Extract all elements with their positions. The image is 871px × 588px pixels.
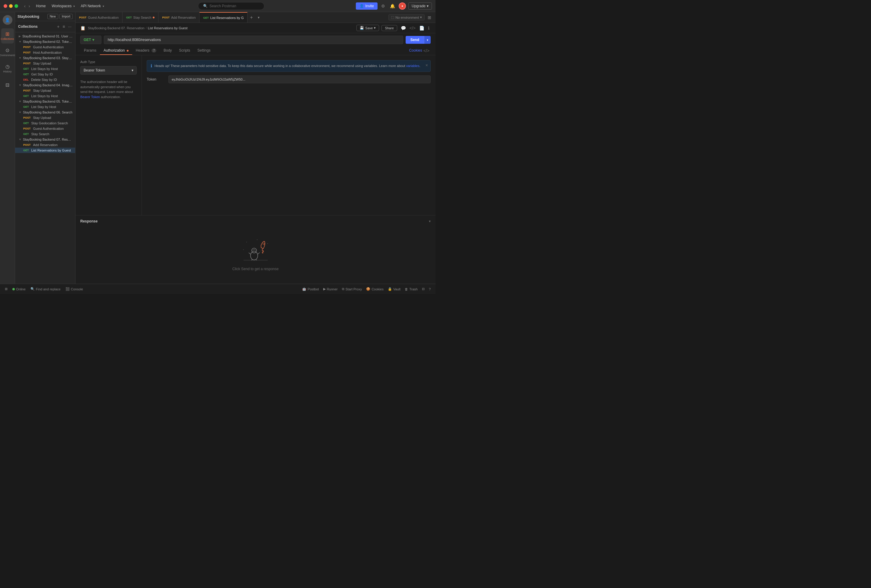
tab-overflow-button[interactable]: ▾: [255, 15, 262, 19]
request-item[interactable]: DEL Delete Stay by ID: [15, 77, 75, 82]
request-item[interactable]: GET List Stays by Host: [15, 66, 75, 72]
home-link[interactable]: Home: [33, 3, 48, 9]
new-button[interactable]: New: [47, 14, 58, 19]
params-tab[interactable]: Params: [80, 46, 100, 55]
save-button[interactable]: 💾 Save ▾: [356, 25, 379, 31]
back-button[interactable]: ‹: [23, 3, 27, 9]
bearer-token-link[interactable]: Bearer Token: [80, 95, 100, 99]
collections-list: ▶ StayBooking Backend 01. User Regist...…: [15, 32, 75, 284]
scripts-tab[interactable]: Scripts: [175, 46, 194, 55]
request-item[interactable]: GET Stay Search: [15, 131, 75, 137]
add-tab-button[interactable]: +: [247, 15, 255, 20]
postbot-button[interactable]: 🤖 Postbot: [300, 286, 320, 292]
proxy-button[interactable]: ⧉ Start Proxy: [340, 286, 364, 292]
collection-item[interactable]: ▼ StayBooking Backend 06. Search: [15, 109, 75, 115]
forward-button[interactable]: ›: [27, 3, 31, 9]
url-input[interactable]: [104, 36, 403, 44]
sidebar-item-collections[interactable]: ⊞ Collections: [1, 28, 14, 43]
api-network-link[interactable]: API Network ▾: [78, 3, 106, 9]
close-banner-button[interactable]: ×: [425, 63, 428, 67]
send-options-button[interactable]: ▾: [424, 36, 431, 44]
share-button[interactable]: Share: [382, 25, 397, 31]
collection-item[interactable]: ▼ StayBooking Backend 02. Token Auth...: [15, 39, 75, 44]
workspaces-link[interactable]: Workspaces ▾: [49, 3, 77, 9]
search-box[interactable]: 🔍 Search Postman: [198, 2, 264, 10]
filter-collections-button[interactable]: ≡: [62, 24, 66, 30]
request-item[interactable]: POST Guest Authentication: [15, 44, 75, 50]
upgrade-button[interactable]: Upgrade ▾: [409, 2, 432, 10]
collections-label: Collections: [1, 38, 14, 41]
tab-list-reservations[interactable]: GET List Reservations by G: [199, 12, 247, 22]
online-status[interactable]: Online: [10, 287, 27, 292]
console-icon: ⬛: [66, 287, 70, 291]
collection-item[interactable]: ▼ StayBooking Backend 03. Stay Manag...: [15, 55, 75, 61]
maximize-traffic-light[interactable]: [15, 4, 18, 8]
avatar[interactable]: ●: [399, 2, 406, 10]
console-button[interactable]: ⬛ Console: [64, 286, 85, 292]
request-item[interactable]: POST Stay Upload: [15, 115, 75, 120]
auth-type-select[interactable]: Bearer Token ▾: [80, 66, 137, 75]
code-button[interactable]: </>: [409, 25, 417, 31]
settings-button[interactable]: ⚙: [380, 2, 386, 10]
request-item[interactable]: GET Stay Geolocation Search: [15, 120, 75, 126]
collection-item[interactable]: ▼ StayBooking Backend 04. Image Servi...: [15, 82, 75, 88]
notifications-button[interactable]: 🔔: [389, 2, 396, 10]
runner-button[interactable]: ▶ Runner: [322, 286, 340, 292]
cookies-button[interactable]: 🍪 Cookies: [364, 286, 385, 292]
settings-tab[interactable]: Settings: [194, 46, 214, 55]
comments-button[interactable]: 💬: [400, 25, 407, 31]
request-item[interactable]: GET Get Stay by ID: [15, 72, 75, 77]
help-button[interactable]: ?: [427, 287, 433, 292]
titlebar-actions: 👤 Invite ⚙ 🔔 ● Upgrade ▾: [356, 2, 432, 10]
collection-item[interactable]: ▶ StayBooking Backend 01. User Regist...: [15, 33, 75, 39]
method-badge: GET: [22, 105, 30, 109]
import-button[interactable]: Import: [60, 14, 73, 19]
info-button[interactable]: ℹ: [427, 25, 431, 31]
collection-item[interactable]: ▼ StayBooking Backend 07. Reservation: [15, 137, 75, 142]
method-badge: GET: [22, 121, 30, 125]
request-item-active[interactable]: GET List Reservations by Guest: [15, 148, 75, 153]
collection-item[interactable]: ▼ StayBooking Backend 05. Token Prote...: [15, 99, 75, 104]
info-icon: ℹ: [151, 63, 152, 68]
headers-tab[interactable]: Headers 7: [132, 46, 160, 55]
add-collection-button[interactable]: +: [57, 24, 60, 30]
request-item[interactable]: POST Guest Authentication: [15, 126, 75, 131]
sidebar-item-workspaces[interactable]: ⊟: [1, 77, 14, 92]
cookies-link[interactable]: Cookies: [409, 46, 422, 55]
variables-link[interactable]: variables: [406, 64, 419, 67]
send-button[interactable]: Send: [406, 36, 424, 44]
request-item[interactable]: POST Stay Upload: [15, 88, 75, 93]
method-selector[interactable]: GET ▾: [80, 36, 102, 44]
request-item[interactable]: GET List Stay by Host: [15, 104, 75, 109]
tab-guest-auth[interactable]: POST Guest Authentication: [75, 12, 123, 22]
docs-button[interactable]: 📄: [418, 25, 425, 31]
tab-add-reservation[interactable]: POST Add Reservation: [159, 12, 199, 22]
sidebar-user[interactable]: 👤: [3, 15, 12, 25]
layout-button[interactable]: ⊞: [3, 286, 9, 292]
response-header[interactable]: Response ▾: [80, 219, 431, 223]
banner-text: Heads up! These parameters hold sensitiv…: [154, 63, 421, 69]
minimize-traffic-light[interactable]: [9, 4, 13, 8]
environment-selector[interactable]: ⬚ No environment ▾: [388, 14, 425, 21]
token-input[interactable]: [168, 75, 431, 83]
authorization-tab[interactable]: Authorization: [100, 46, 132, 55]
trash-button[interactable]: 🗑 Trash: [403, 287, 419, 292]
find-replace-button[interactable]: 🔍 Find and replace: [29, 286, 63, 292]
request-item[interactable]: POST Stay Upload: [15, 61, 75, 66]
request-item[interactable]: GET List Stays by Host: [15, 93, 75, 99]
code-snippet-button[interactable]: </>: [422, 46, 431, 55]
more-collections-button[interactable]: ···: [67, 24, 72, 30]
vault-button[interactable]: 🔒 Vault: [386, 286, 402, 292]
tab-stay-search[interactable]: GET Stay Search: [123, 12, 159, 22]
method-badge: POST: [22, 116, 32, 120]
close-traffic-light[interactable]: [4, 4, 7, 8]
invite-button[interactable]: 👤 Invite: [356, 2, 377, 10]
sidebar-item-environments[interactable]: ⊙ Environments: [1, 45, 14, 60]
env-add-button[interactable]: ⊞: [427, 14, 433, 21]
request-tabs: Params Authorization Headers 7 Body Scri…: [75, 46, 436, 55]
request-item[interactable]: POST Host Authentication: [15, 50, 75, 55]
body-tab[interactable]: Body: [160, 46, 175, 55]
request-item[interactable]: POST Add Reservation: [15, 142, 75, 148]
grid-button[interactable]: ⊟: [420, 286, 427, 292]
sidebar-item-history[interactable]: ◷ History: [1, 61, 14, 76]
